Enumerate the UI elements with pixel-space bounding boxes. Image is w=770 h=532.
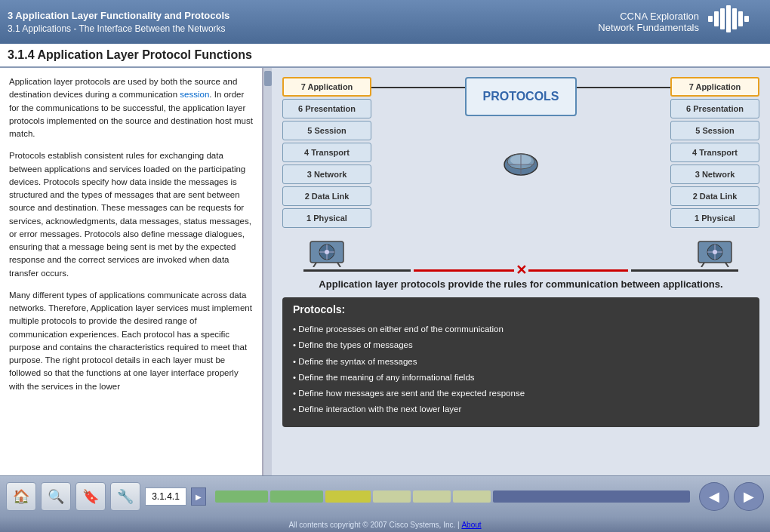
left-connection <box>371 77 465 88</box>
cisco-logo: CISCO. <box>708 5 762 39</box>
page-arrow-button[interactable]: ▶ <box>191 487 206 506</box>
left-top-line <box>371 87 465 88</box>
right-layer-4: 3 Network <box>670 165 759 184</box>
progress-container <box>215 489 690 504</box>
left-layer-3: 4 Transport <box>282 143 371 162</box>
progress-seg5 <box>413 490 451 503</box>
tools-button[interactable]: 🔧 <box>110 482 140 511</box>
protocol-item-5: Define interaction with the next lower l… <box>293 401 749 417</box>
svg-rect-6 <box>744 16 749 22</box>
protocols-label: PROTOCOLS <box>482 90 559 103</box>
svg-rect-4 <box>732 8 737 29</box>
protocol-item-0: Define processes on either end of the co… <box>293 321 749 337</box>
right-layer-2: 5 Session <box>670 121 759 140</box>
svg-rect-3 <box>726 5 731 32</box>
session-link[interactable]: session <box>180 90 209 99</box>
progress-seg3 <box>325 490 371 503</box>
section-title: 3.1 Applications - The Interface Between… <box>8 23 229 34</box>
svg-point-24 <box>713 250 717 254</box>
brand-line2: Network Fundamentals <box>598 22 699 33</box>
home-button[interactable]: 🏠 <box>6 482 36 511</box>
brand-line1: CCNA Exploration <box>598 11 699 22</box>
page-number-box: 3.1.4.1 <box>145 487 186 506</box>
page-title: 3.1.4 Application Layer Protocol Functio… <box>8 48 762 62</box>
header-left: 3 Application Layer Functionality and Pr… <box>8 10 229 34</box>
right-stack-container: 7 Application6 Presentation5 Session4 Tr… <box>670 77 759 269</box>
brand-text: CCNA Exploration Network Fundamentals <box>598 11 699 33</box>
right-layer-1: 6 Presentation <box>670 99 759 118</box>
left-layer-5: 2 Data Link <box>282 186 371 206</box>
red-line-left <box>414 269 514 272</box>
right-top-line <box>577 87 670 88</box>
middle-device <box>501 149 541 183</box>
svg-rect-1 <box>714 11 719 26</box>
left-black-line <box>303 269 411 272</box>
protocols-heading: Protocols: <box>293 303 749 315</box>
footer: All contents copyright © 2007 Cisco Syst… <box>0 517 770 532</box>
course-title: 3 Application Layer Functionality and Pr… <box>8 10 229 21</box>
right-connection <box>577 77 670 88</box>
progress-seg2 <box>270 490 323 503</box>
right-layer-5: 2 Data Link <box>670 186 759 206</box>
protocol-item-3: Define the meaning of any informational … <box>293 370 749 386</box>
diagram-caption: Application layer protocols provide the … <box>282 278 759 290</box>
spacer-top2 <box>577 77 670 87</box>
copyright-text: All contents copyright © 2007 Cisco Syst… <box>288 521 459 529</box>
left-layer-0: 7 Application <box>282 77 371 97</box>
right-layer-0: 7 Application <box>670 77 759 97</box>
bottom-toolbar: 🏠 🔍 🔖 🔧 3.1.4.1 ▶ ◀ ▶ <box>0 475 770 517</box>
left-layer-1: 6 Presentation <box>282 99 371 118</box>
devices-connection-row: ✕ <box>282 262 759 278</box>
prev-button[interactable]: ◀ <box>699 482 729 511</box>
protocols-list: Define processes on either end of the co… <box>293 321 749 418</box>
spacer-top <box>371 77 465 87</box>
svg-rect-5 <box>738 11 743 26</box>
osi-diagram-row: 7 Application6 Presentation5 Session4 Tr… <box>282 77 759 269</box>
next-button[interactable]: ▶ <box>734 482 764 511</box>
svg-rect-2 <box>720 8 725 29</box>
left-para2: Protocols establish consistent rules for… <box>9 149 253 280</box>
left-osi-stack: 7 Application6 Presentation5 Session4 Tr… <box>282 77 371 228</box>
left-stack-container: 7 Application6 Presentation5 Session4 Tr… <box>282 77 371 269</box>
right-layer-3: 4 Transport <box>670 143 759 162</box>
right-black-line <box>631 269 738 272</box>
protocol-item-4: Define how messages are sent and the exp… <box>293 386 749 401</box>
progress-seg1 <box>215 490 268 503</box>
progress-seg6 <box>453 490 491 503</box>
protocol-item-2: Define the syntax of messages <box>293 354 749 370</box>
scrollbar-track[interactable] <box>263 68 272 475</box>
left-para3: Many different types of applications com… <box>9 289 253 393</box>
protocols-box: PROTOCOLS <box>465 77 577 116</box>
svg-point-12 <box>325 250 329 254</box>
middle-switch-icon <box>501 149 541 181</box>
header-right: CCNA Exploration Network Fundamentals CI… <box>598 5 762 39</box>
x-mark: ✕ <box>516 262 527 278</box>
scrollbar-thumb[interactable] <box>264 71 272 86</box>
page-number: 3.1.4.1 <box>152 491 180 502</box>
page-title-bar: 3.1.4 Application Layer Protocol Functio… <box>0 44 770 68</box>
about-link[interactable]: About <box>461 521 481 529</box>
protocol-item-1: Define the types of messages <box>293 337 749 353</box>
right-osi-stack: 7 Application6 Presentation5 Session4 Tr… <box>670 77 759 228</box>
diagram-area: 7 Application6 Presentation5 Session4 Tr… <box>282 77 759 278</box>
svg-text:CISCO.: CISCO. <box>708 32 754 34</box>
right-layer-6: 1 Physical <box>670 208 759 228</box>
middle-section: PROTOCOLS <box>465 77 577 183</box>
protocols-section: Protocols: Define processes on either en… <box>282 297 759 427</box>
middle-line-segment: ✕ <box>414 262 628 278</box>
left-para1: Application layer protocols are used by … <box>9 75 253 140</box>
left-layer-6: 1 Physical <box>282 208 371 228</box>
progress-seg7 <box>493 490 690 503</box>
left-layer-4: 3 Network <box>282 165 371 184</box>
search-button[interactable]: 🔍 <box>41 482 71 511</box>
left-panel: Application layer protocols are used by … <box>0 68 263 475</box>
progress-seg4 <box>373 490 411 503</box>
header: 3 Application Layer Functionality and Pr… <box>0 0 770 44</box>
bookmark-button[interactable]: 🔖 <box>75 482 106 511</box>
left-layer-2: 5 Session <box>282 121 371 140</box>
main-content: Application layer protocols are used by … <box>0 68 770 475</box>
svg-rect-0 <box>708 16 713 22</box>
right-panel: 7 Application6 Presentation5 Session4 Tr… <box>272 68 770 475</box>
red-line-right <box>528 269 629 272</box>
